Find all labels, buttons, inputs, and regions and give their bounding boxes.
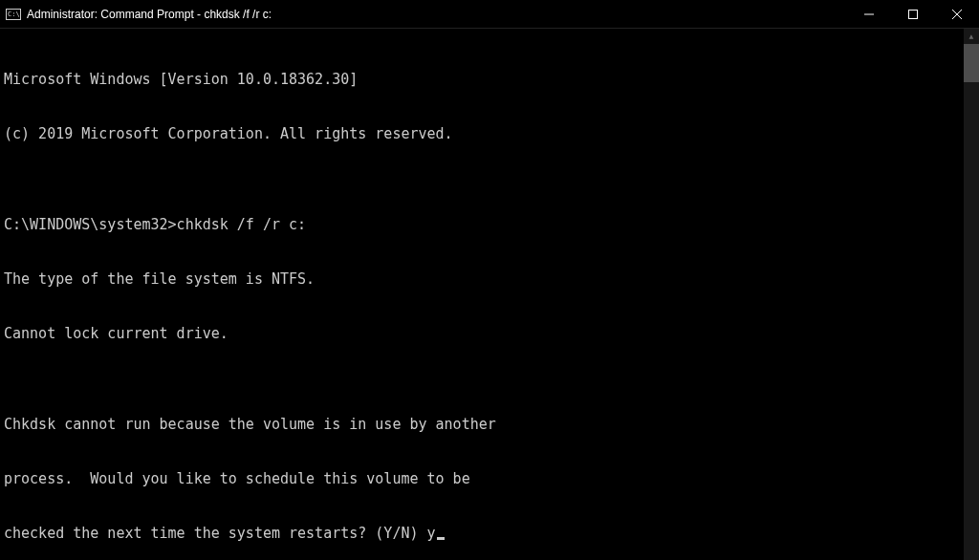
svg-text:C:\: C:\ — [8, 11, 20, 18]
scrollbar-track[interactable]: ▲ — [964, 29, 979, 560]
terminal-body[interactable]: Microsoft Windows [Version 10.0.18362.30… — [0, 29, 979, 560]
close-button[interactable] — [935, 0, 979, 28]
terminal-line: The type of the file system is NTFS. — [4, 270, 975, 289]
svg-rect-3 — [909, 10, 918, 18]
window-title: Administrator: Command Prompt - chkdsk /… — [27, 8, 272, 21]
terminal-line: (c) 2019 Microsoft Corporation. All righ… — [4, 125, 975, 143]
scroll-up-arrow-icon[interactable]: ▲ — [964, 29, 979, 44]
terminal-content: Microsoft Windows [Version 10.0.18362.30… — [0, 29, 979, 560]
terminal-line: process. Would you like to schedule this… — [4, 470, 975, 488]
titlebar-left: C:\ Administrator: Command Prompt - chkd… — [0, 7, 272, 22]
maximize-button[interactable] — [891, 0, 935, 28]
minimize-button[interactable] — [847, 0, 891, 28]
scrollbar-thumb[interactable] — [964, 44, 979, 82]
terminal-prompt-line: checked the next time the system restart… — [4, 525, 436, 542]
window-controls — [847, 0, 979, 28]
terminal-line: Microsoft Windows [Version 10.0.18362.30… — [4, 71, 975, 89]
text-cursor — [437, 537, 445, 540]
terminal-line: C:\WINDOWS\system32>chkdsk /f /r c: — [4, 216, 975, 234]
cmd-icon: C:\ — [6, 7, 21, 22]
window-titlebar: C:\ Administrator: Command Prompt - chkd… — [0, 0, 979, 29]
terminal-line: Chkdsk cannot run because the volume is … — [4, 416, 975, 434]
terminal-line: Cannot lock current drive. — [4, 325, 975, 343]
terminal-line: checked the next time the system restart… — [4, 525, 975, 543]
